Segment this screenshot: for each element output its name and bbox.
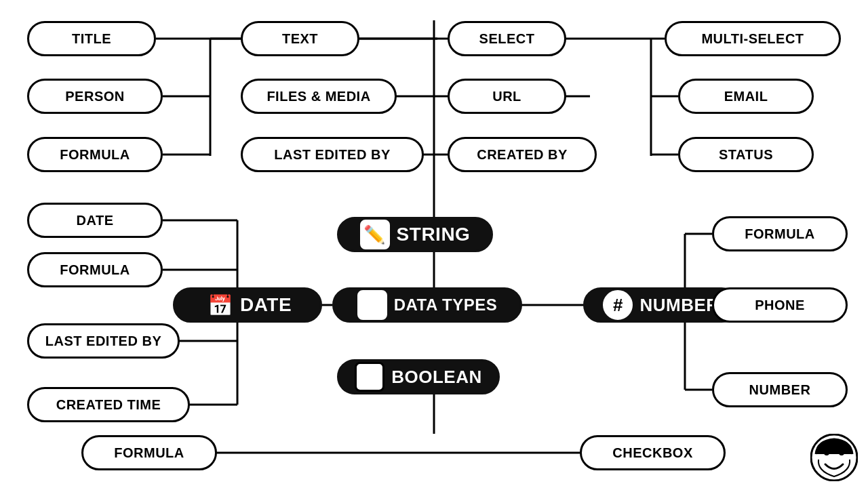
email-node: EMAIL bbox=[678, 79, 814, 114]
last-edited-by1-node: LAST EDITED BY bbox=[241, 137, 424, 172]
number-r-node: NUMBER bbox=[712, 372, 848, 407]
last-edited-by2-node: LAST EDITED BY bbox=[27, 323, 180, 359]
notion-icon: 𝓝 bbox=[357, 290, 387, 320]
files-media-node: FILES & MEDIA bbox=[241, 79, 397, 114]
text-node: TEXT bbox=[241, 21, 359, 56]
date-main-node: 📅 DATE bbox=[173, 287, 322, 323]
formula3-node: FORMULA bbox=[81, 435, 217, 470]
watermark-avatar bbox=[810, 434, 858, 481]
date-left-node: DATE bbox=[27, 203, 163, 238]
data-types-node: 𝓝 DATA TYPES bbox=[332, 287, 522, 323]
multi-select-node: MULTI-SELECT bbox=[665, 21, 841, 56]
formula2-node: FORMULA bbox=[27, 252, 163, 287]
created-time-node: CREATED TIME bbox=[27, 387, 190, 422]
boolean-node: ✔ BOOLEAN bbox=[337, 359, 500, 394]
checkbox-node: CHECKBOX bbox=[580, 435, 726, 470]
created-by-node: CREATED BY bbox=[448, 137, 597, 172]
person-node: PERSON bbox=[27, 79, 163, 114]
phone-node: PHONE bbox=[712, 287, 848, 323]
boolean-icon: ✔ bbox=[355, 362, 384, 392]
status-node: STATUS bbox=[678, 137, 814, 172]
url-node: URL bbox=[448, 79, 566, 114]
title-node: TITLE bbox=[27, 21, 156, 56]
formula-r1-node: FORMULA bbox=[712, 216, 848, 251]
hash-icon: # bbox=[603, 290, 633, 320]
calendar-icon: 📅 bbox=[203, 288, 237, 322]
select-node: SELECT bbox=[448, 21, 566, 56]
formula1-node: FORMULA bbox=[27, 137, 163, 172]
string-node: ✏️ STRING bbox=[337, 217, 493, 252]
string-icon: ✏️ bbox=[360, 220, 390, 249]
